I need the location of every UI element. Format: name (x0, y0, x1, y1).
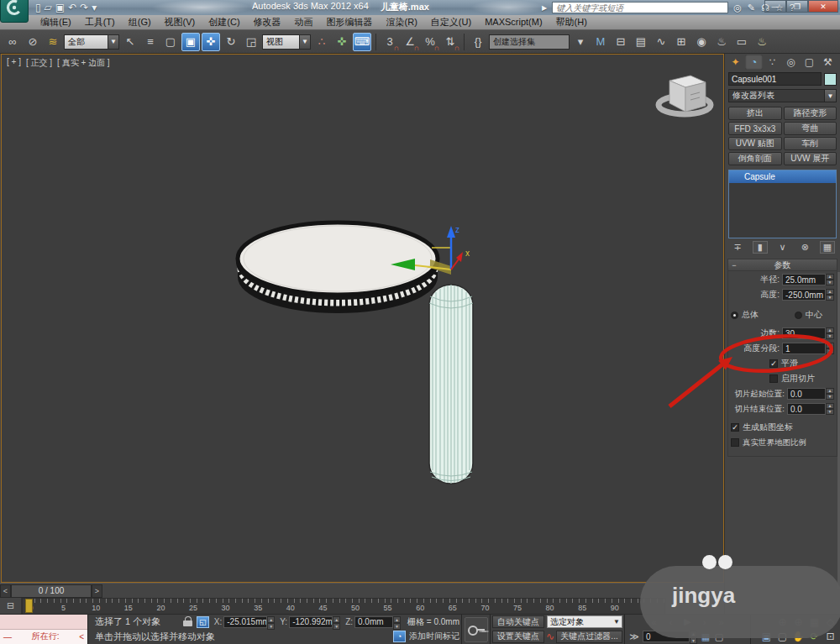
redo-icon[interactable]: ↷ (80, 2, 88, 13)
zoom-all-icon[interactable]: ⊕ (790, 615, 806, 629)
menu-item[interactable]: 修改器 (247, 15, 288, 29)
slice-to-spinner[interactable]: 0.0 ▲▼ (787, 403, 834, 415)
window-crossing-icon[interactable]: ▣ (181, 33, 200, 51)
key-step-icon[interactable]: ≫ (627, 631, 641, 642)
named-selection-field[interactable]: 创建选择集 (489, 34, 570, 50)
menu-item[interactable]: 帮助(H) (549, 15, 594, 29)
menu-item[interactable]: 创建(C) (202, 15, 246, 29)
tab-create[interactable]: ✦ (727, 55, 744, 70)
key-mode-icon[interactable]: ▦ (699, 631, 712, 642)
remove-modifier-icon[interactable]: ⊗ (797, 241, 812, 254)
keyboard-override-icon[interactable]: ⌨ (353, 33, 371, 51)
add-time-tag[interactable]: 添加时间标记 (409, 631, 459, 642)
menu-item[interactable]: 渲染(R) (380, 15, 424, 29)
reference-coordinate-dropdown[interactable]: 视图 ▼ (262, 34, 311, 50)
zoom-icon[interactable]: ⊕ (774, 615, 790, 629)
pen-icon[interactable]: ✎ (748, 3, 755, 13)
select-and-link-icon[interactable]: ∞ (3, 33, 22, 51)
select-by-name-icon[interactable]: ≡ (141, 33, 160, 51)
y-coordinate-spinner[interactable]: -120.992m ▲▼ (289, 616, 340, 628)
previous-frame-icon[interactable]: ‹ (664, 617, 678, 627)
fov-icon[interactable]: ◇ (822, 615, 838, 629)
enable-slice-checkbox[interactable] (769, 374, 778, 383)
layer-manager-icon[interactable]: ▤ (632, 33, 650, 51)
tab-hierarchy[interactable]: ∵ (764, 55, 781, 70)
select-object-icon[interactable]: ↖ (121, 33, 139, 51)
listener-script-line[interactable]: — 所在行: < (0, 630, 87, 644)
search-flyout-icon[interactable]: ▶ (542, 4, 547, 12)
selection-filter-dropdown[interactable]: 全部 ▼ (64, 34, 119, 50)
select-and-rotate-icon[interactable]: ↻ (222, 33, 240, 51)
modifier-button[interactable]: UVW 贴图 (728, 137, 782, 150)
modifier-button[interactable]: UVW 展开 (784, 152, 837, 165)
angle-snap-icon[interactable]: ∠∩ (401, 33, 419, 51)
close-button[interactable]: ✕ (808, 0, 838, 13)
bind-to-space-warp-icon[interactable]: ≋ (44, 33, 62, 51)
maximize-button[interactable]: ❐ (786, 0, 808, 13)
viewport-shading-label[interactable]: [ 真实 + 边面 ] (57, 57, 110, 69)
save-file-icon[interactable]: ▣ (55, 2, 65, 13)
viewport-pov-label[interactable]: [ 正交 ] (26, 57, 52, 69)
timeline-ruler[interactable]: 051015202530354045505560657075808590 (22, 598, 665, 614)
time-slider-display[interactable]: 0 / 100 (11, 584, 92, 598)
pin-stack-icon[interactable]: ∓ (730, 241, 745, 254)
pan-icon[interactable]: ✋ (790, 630, 806, 643)
selection-set-dropdown[interactable]: 选定对象 ▼ (547, 615, 622, 628)
undo-icon[interactable]: ↶ (68, 2, 76, 13)
real-world-checkbox[interactable] (731, 438, 739, 447)
object-color-swatch[interactable] (824, 73, 837, 86)
selection-brackets-icon[interactable]: ▢ (712, 631, 726, 642)
tab-display[interactable]: ▢ (801, 55, 818, 70)
search-icon[interactable]: ◎ (733, 3, 742, 13)
open-file-icon[interactable]: ▱ (45, 2, 52, 13)
toolbar-options-icon[interactable]: ▾ (92, 2, 97, 13)
modifier-button[interactable]: 挤出 (728, 107, 782, 120)
selection-lock-icon[interactable] (183, 616, 193, 627)
zoom-extents-all-icon[interactable]: ▦ (806, 615, 822, 629)
previous-frame-button[interactable]: < (0, 584, 11, 598)
key-filters-button[interactable]: 关键点过滤器... (556, 631, 622, 643)
new-file-icon[interactable]: ▯ (35, 2, 41, 13)
open-mini-curve-editor-icon[interactable]: ⊟ (0, 598, 22, 614)
material-editor-icon[interactable]: ◉ (692, 33, 711, 51)
named-sets-dropdown-icon[interactable]: ▾ (571, 33, 590, 51)
gen-mapping-checkbox[interactable]: ✓ (731, 423, 739, 432)
set-key-button[interactable]: 设置关键点 (492, 631, 544, 643)
sides-spinner[interactable]: 30 ▲▼ (782, 327, 834, 339)
listener-macro-line[interactable] (0, 615, 87, 630)
time-slider-handle[interactable] (25, 599, 33, 613)
smooth-checkbox[interactable]: ✓ (769, 359, 778, 368)
modifier-button[interactable]: 弯曲 (784, 122, 837, 135)
object-name-field[interactable]: Capsule001 (728, 72, 822, 86)
maxscript-mini-listener[interactable]: — 所在行: < (0, 615, 88, 644)
align-icon[interactable]: ⊟ (612, 33, 630, 51)
new-key-curve-icon[interactable]: ∿ (546, 631, 554, 642)
show-end-result-icon[interactable]: ▮ (753, 241, 768, 254)
centers-radio[interactable] (795, 312, 802, 319)
edit-named-selections-icon[interactable]: {} (469, 33, 487, 51)
rollout-header[interactable]: − 参数 (728, 259, 837, 271)
time-tag-icon[interactable]: ◔ (393, 631, 406, 642)
overall-radio[interactable] (731, 312, 738, 319)
configure-modifier-sets-icon[interactable]: ▦ (820, 241, 835, 254)
next-frame-button[interactable]: > (92, 584, 102, 598)
make-unique-icon[interactable]: ∨ (775, 241, 790, 254)
height-segs-spinner[interactable]: 1 ▲▼ (782, 343, 834, 354)
mirror-icon[interactable]: M (591, 33, 610, 51)
tab-modify[interactable]: ◔ (745, 55, 763, 70)
next-frame-icon[interactable]: › (698, 617, 711, 627)
slice-from-spinner[interactable]: 0.0 ▲▼ (787, 388, 834, 400)
spinner-snap-icon[interactable]: ⇅∩ (441, 33, 459, 51)
modifier-button[interactable]: 路径变形 (784, 107, 837, 120)
zoom-region-icon[interactable]: ▢ (774, 630, 790, 643)
menu-item[interactable]: MAXScript(M) (478, 15, 549, 29)
select-and-scale-icon[interactable]: ◲ (242, 33, 260, 51)
select-and-manipulate-icon[interactable]: ✜ (333, 33, 351, 51)
go-to-start-icon[interactable]: « (648, 617, 661, 627)
menu-item[interactable]: 视图(V) (158, 15, 202, 29)
zoom-extents-icon[interactable]: ▣ (759, 630, 774, 643)
menu-item[interactable]: 动画 (288, 15, 320, 29)
render-setup-icon[interactable]: ♨ (712, 33, 731, 51)
absolute-mode-icon[interactable]: ◱ (197, 616, 209, 628)
height-spinner[interactable]: -250.0mm ▲▼ (782, 289, 834, 301)
